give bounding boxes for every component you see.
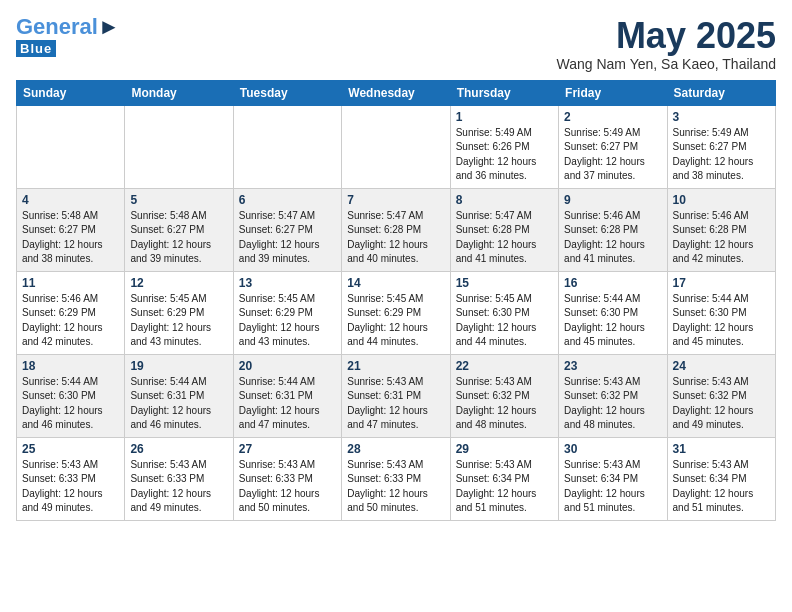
day-info: Sunrise: 5:49 AMSunset: 6:26 PMDaylight:… [456, 126, 553, 184]
day-number: 12 [130, 276, 227, 290]
day-number: 21 [347, 359, 444, 373]
day-number: 25 [22, 442, 119, 456]
calendar-day: 30Sunrise: 5:43 AMSunset: 6:34 PMDayligh… [559, 437, 667, 520]
day-info: Sunrise: 5:47 AMSunset: 6:27 PMDaylight:… [239, 209, 336, 267]
header-tuesday: Tuesday [233, 80, 341, 105]
day-info: Sunrise: 5:44 AMSunset: 6:31 PMDaylight:… [239, 375, 336, 433]
calendar-day: 25Sunrise: 5:43 AMSunset: 6:33 PMDayligh… [17, 437, 125, 520]
calendar-day [233, 105, 341, 188]
day-number: 27 [239, 442, 336, 456]
day-info: Sunrise: 5:47 AMSunset: 6:28 PMDaylight:… [347, 209, 444, 267]
calendar-day: 9Sunrise: 5:46 AMSunset: 6:28 PMDaylight… [559, 188, 667, 271]
header-friday: Friday [559, 80, 667, 105]
day-info: Sunrise: 5:46 AMSunset: 6:29 PMDaylight:… [22, 292, 119, 350]
day-number: 18 [22, 359, 119, 373]
page-header: General► Blue May 2025 Wang Nam Yen, Sa … [16, 16, 776, 72]
calendar-day [125, 105, 233, 188]
day-number: 5 [130, 193, 227, 207]
day-number: 28 [347, 442, 444, 456]
day-info: Sunrise: 5:43 AMSunset: 6:33 PMDaylight:… [347, 458, 444, 516]
day-info: Sunrise: 5:48 AMSunset: 6:27 PMDaylight:… [130, 209, 227, 267]
day-number: 29 [456, 442, 553, 456]
calendar-day: 2Sunrise: 5:49 AMSunset: 6:27 PMDaylight… [559, 105, 667, 188]
day-info: Sunrise: 5:45 AMSunset: 6:29 PMDaylight:… [130, 292, 227, 350]
calendar-day: 27Sunrise: 5:43 AMSunset: 6:33 PMDayligh… [233, 437, 341, 520]
calendar-day: 21Sunrise: 5:43 AMSunset: 6:31 PMDayligh… [342, 354, 450, 437]
day-info: Sunrise: 5:49 AMSunset: 6:27 PMDaylight:… [564, 126, 661, 184]
day-info: Sunrise: 5:43 AMSunset: 6:32 PMDaylight:… [564, 375, 661, 433]
day-number: 31 [673, 442, 770, 456]
header-monday: Monday [125, 80, 233, 105]
day-info: Sunrise: 5:43 AMSunset: 6:32 PMDaylight:… [673, 375, 770, 433]
day-number: 10 [673, 193, 770, 207]
calendar-day: 8Sunrise: 5:47 AMSunset: 6:28 PMDaylight… [450, 188, 558, 271]
day-number: 30 [564, 442, 661, 456]
calendar-header-row: SundayMondayTuesdayWednesdayThursdayFrid… [17, 80, 776, 105]
calendar-week-3: 11Sunrise: 5:46 AMSunset: 6:29 PMDayligh… [17, 271, 776, 354]
calendar-day: 23Sunrise: 5:43 AMSunset: 6:32 PMDayligh… [559, 354, 667, 437]
title-block: May 2025 Wang Nam Yen, Sa Kaeo, Thailand [557, 16, 776, 72]
day-info: Sunrise: 5:45 AMSunset: 6:30 PMDaylight:… [456, 292, 553, 350]
calendar-day: 10Sunrise: 5:46 AMSunset: 6:28 PMDayligh… [667, 188, 775, 271]
calendar-day: 4Sunrise: 5:48 AMSunset: 6:27 PMDaylight… [17, 188, 125, 271]
day-number: 4 [22, 193, 119, 207]
day-info: Sunrise: 5:43 AMSunset: 6:34 PMDaylight:… [564, 458, 661, 516]
day-number: 3 [673, 110, 770, 124]
calendar-table: SundayMondayTuesdayWednesdayThursdayFrid… [16, 80, 776, 521]
day-number: 8 [456, 193, 553, 207]
day-info: Sunrise: 5:45 AMSunset: 6:29 PMDaylight:… [239, 292, 336, 350]
day-info: Sunrise: 5:43 AMSunset: 6:33 PMDaylight:… [239, 458, 336, 516]
day-number: 13 [239, 276, 336, 290]
day-number: 20 [239, 359, 336, 373]
day-info: Sunrise: 5:49 AMSunset: 6:27 PMDaylight:… [673, 126, 770, 184]
day-number: 6 [239, 193, 336, 207]
calendar-day: 29Sunrise: 5:43 AMSunset: 6:34 PMDayligh… [450, 437, 558, 520]
day-info: Sunrise: 5:44 AMSunset: 6:30 PMDaylight:… [22, 375, 119, 433]
day-number: 2 [564, 110, 661, 124]
calendar-day: 22Sunrise: 5:43 AMSunset: 6:32 PMDayligh… [450, 354, 558, 437]
day-number: 26 [130, 442, 227, 456]
day-number: 11 [22, 276, 119, 290]
calendar-day: 16Sunrise: 5:44 AMSunset: 6:30 PMDayligh… [559, 271, 667, 354]
calendar-week-1: 1Sunrise: 5:49 AMSunset: 6:26 PMDaylight… [17, 105, 776, 188]
calendar-week-2: 4Sunrise: 5:48 AMSunset: 6:27 PMDaylight… [17, 188, 776, 271]
day-number: 22 [456, 359, 553, 373]
calendar-week-5: 25Sunrise: 5:43 AMSunset: 6:33 PMDayligh… [17, 437, 776, 520]
day-number: 24 [673, 359, 770, 373]
day-number: 19 [130, 359, 227, 373]
day-number: 9 [564, 193, 661, 207]
logo-text: General► [16, 16, 120, 38]
calendar-day: 26Sunrise: 5:43 AMSunset: 6:33 PMDayligh… [125, 437, 233, 520]
day-number: 14 [347, 276, 444, 290]
calendar-day: 20Sunrise: 5:44 AMSunset: 6:31 PMDayligh… [233, 354, 341, 437]
calendar-day: 5Sunrise: 5:48 AMSunset: 6:27 PMDaylight… [125, 188, 233, 271]
calendar-day [342, 105, 450, 188]
calendar-day: 31Sunrise: 5:43 AMSunset: 6:34 PMDayligh… [667, 437, 775, 520]
day-info: Sunrise: 5:46 AMSunset: 6:28 PMDaylight:… [564, 209, 661, 267]
day-info: Sunrise: 5:43 AMSunset: 6:33 PMDaylight:… [22, 458, 119, 516]
calendar-day: 13Sunrise: 5:45 AMSunset: 6:29 PMDayligh… [233, 271, 341, 354]
day-info: Sunrise: 5:46 AMSunset: 6:28 PMDaylight:… [673, 209, 770, 267]
day-number: 17 [673, 276, 770, 290]
day-info: Sunrise: 5:45 AMSunset: 6:29 PMDaylight:… [347, 292, 444, 350]
day-info: Sunrise: 5:43 AMSunset: 6:32 PMDaylight:… [456, 375, 553, 433]
header-sunday: Sunday [17, 80, 125, 105]
logo-blue: Blue [16, 40, 56, 57]
day-info: Sunrise: 5:43 AMSunset: 6:31 PMDaylight:… [347, 375, 444, 433]
day-info: Sunrise: 5:44 AMSunset: 6:31 PMDaylight:… [130, 375, 227, 433]
calendar-day: 19Sunrise: 5:44 AMSunset: 6:31 PMDayligh… [125, 354, 233, 437]
day-info: Sunrise: 5:48 AMSunset: 6:27 PMDaylight:… [22, 209, 119, 267]
calendar-day: 15Sunrise: 5:45 AMSunset: 6:30 PMDayligh… [450, 271, 558, 354]
location: Wang Nam Yen, Sa Kaeo, Thailand [557, 56, 776, 72]
calendar-day: 1Sunrise: 5:49 AMSunset: 6:26 PMDaylight… [450, 105, 558, 188]
day-info: Sunrise: 5:44 AMSunset: 6:30 PMDaylight:… [564, 292, 661, 350]
day-info: Sunrise: 5:44 AMSunset: 6:30 PMDaylight:… [673, 292, 770, 350]
calendar-day: 24Sunrise: 5:43 AMSunset: 6:32 PMDayligh… [667, 354, 775, 437]
month-title: May 2025 [557, 16, 776, 56]
calendar-day: 18Sunrise: 5:44 AMSunset: 6:30 PMDayligh… [17, 354, 125, 437]
header-wednesday: Wednesday [342, 80, 450, 105]
calendar-day [17, 105, 125, 188]
calendar-day: 6Sunrise: 5:47 AMSunset: 6:27 PMDaylight… [233, 188, 341, 271]
calendar-day: 12Sunrise: 5:45 AMSunset: 6:29 PMDayligh… [125, 271, 233, 354]
day-number: 15 [456, 276, 553, 290]
